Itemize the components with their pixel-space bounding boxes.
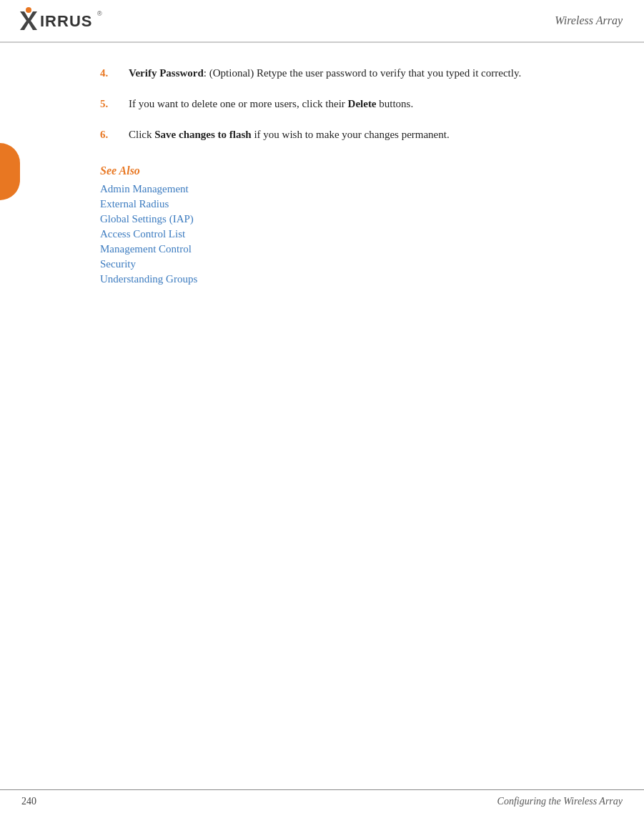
logo-area: IRRUS ® [14,7,107,34]
list-number-6: 6. [100,126,129,144]
link-external-radius[interactable]: External Radius [100,198,169,210]
link-security[interactable]: Security [100,258,136,270]
list-item-6: 6. Click Save changes to flash if you wi… [100,126,615,144]
list-text-5b: buttons. [377,98,414,109]
list-item: Admin Management [100,183,615,195]
list-text-6b: if you wish to make your changes permane… [252,129,450,140]
list-item: External Radius [100,198,615,210]
list-item-4: 4. Verify Password: (Optional) Retype th… [100,64,615,82]
numbered-list: 4. Verify Password: (Optional) Retype th… [100,64,615,143]
bold-delete: Delete [348,98,377,109]
list-item: Access Control List [100,228,615,240]
bold-verify-password: Verify Password [129,67,204,79]
list-text-4: : (Optional) Retype the user password to… [204,67,521,79]
list-item-5: 5. If you want to delete one or more use… [100,95,615,113]
svg-text:®: ® [97,10,102,17]
link-admin-management[interactable]: Admin Management [100,183,189,194]
list-item: Global Settings (IAP) [100,213,615,225]
link-access-control-list[interactable]: Access Control List [100,228,185,240]
list-content-5: If you want to delete one or more users,… [129,95,615,113]
page-header: IRRUS ® Wireless Array [0,0,644,43]
main-content: 4. Verify Password: (Optional) Retype th… [0,43,644,310]
link-understanding-groups[interactable]: Understanding Groups [100,273,197,285]
footer-page-number: 240 [21,796,36,807]
svg-text:IRRUS: IRRUS [40,12,92,30]
see-also-links: Admin Management External Radius Global … [100,183,615,285]
list-content-4: Verify Password: (Optional) Retype the u… [129,64,615,82]
link-management-control[interactable]: Management Control [100,243,192,255]
list-item: Management Control [100,243,615,255]
svg-marker-0 [20,11,37,30]
xirrus-logo: IRRUS ® [14,7,107,34]
page-footer: 240 Configuring the Wireless Array [0,789,644,813]
footer-section: Configuring the Wireless Array [497,796,623,807]
list-text-6a: Click [129,129,154,140]
list-number-4: 4. [100,64,129,82]
see-also-heading: See Also [100,164,615,177]
list-item: Understanding Groups [100,273,615,285]
list-content-6: Click Save changes to flash if you wish … [129,126,615,144]
list-text-5a: If you want to delete one or more users,… [129,98,348,109]
bold-save-changes: Save changes to flash [154,129,251,140]
list-item: Security [100,258,615,270]
list-number-5: 5. [100,95,129,113]
see-also-section: See Also Admin Management External Radiu… [100,164,615,285]
link-global-settings[interactable]: Global Settings (IAP) [100,213,194,225]
svg-point-1 [26,7,31,13]
header-title: Wireless Array [555,14,623,27]
